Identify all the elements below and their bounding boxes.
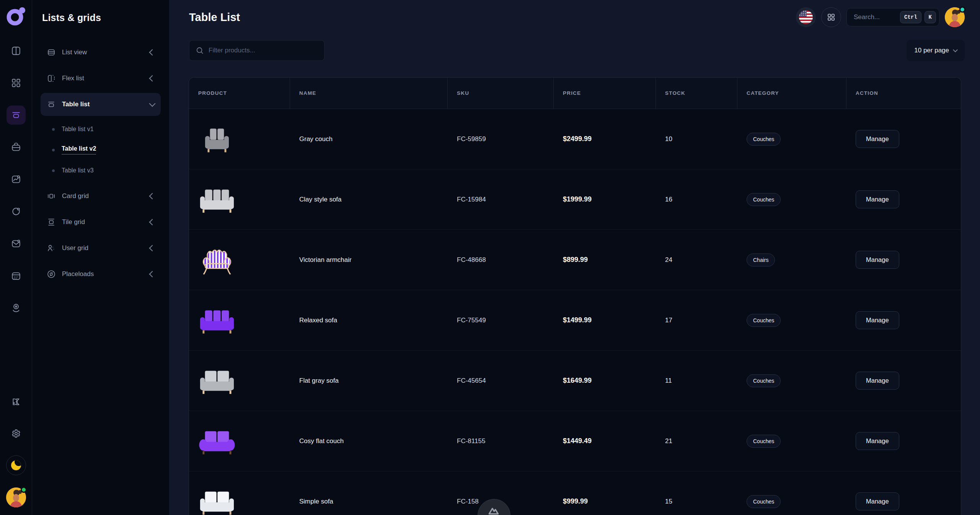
products-table: PRODUCT NAME SKU PRICE STOCK CATEGORY AC… <box>189 77 961 515</box>
flex-list-icon <box>47 74 56 83</box>
manage-button[interactable]: Manage <box>856 190 899 208</box>
category-badge: Couches <box>747 193 781 206</box>
sidebar-item-placeloads[interactable]: Placeloads <box>41 263 161 286</box>
col-header-action: ACTION <box>846 78 961 109</box>
chevron-down-icon <box>953 47 958 52</box>
product-image <box>198 485 236 515</box>
table-list-icon <box>47 100 56 109</box>
sidebar-item-list-view[interactable]: List view <box>41 41 161 64</box>
action-cell: Manage <box>846 471 961 515</box>
chevron-left-icon <box>149 245 156 252</box>
location-icon[interactable] <box>7 298 26 317</box>
product-stock: 11 <box>656 351 737 411</box>
chevron-left-icon <box>149 271 156 278</box>
panels-icon[interactable] <box>7 41 26 60</box>
tile-grid-icon <box>47 218 56 227</box>
apps-grid-icon <box>827 13 836 22</box>
category-badge: Couches <box>747 435 781 448</box>
moon-icon <box>11 460 21 470</box>
icon-rail <box>0 0 32 515</box>
sidebar-item-tile-grid[interactable]: Tile grid <box>41 211 161 234</box>
col-header-category: CATEGORY <box>737 78 846 109</box>
action-cell: Manage <box>846 290 961 350</box>
briefcase-icon[interactable] <box>7 138 26 157</box>
sidebar-title: Lists & grids <box>42 12 161 23</box>
placeloads-icon <box>47 270 56 279</box>
status-dot <box>959 6 965 13</box>
product-cell <box>189 109 290 169</box>
table-row: Clay style sofa FC-15984 $1999.99 16 Cou… <box>189 169 961 229</box>
filter-products-input[interactable]: Filter products... <box>189 40 324 61</box>
product-stock: 21 <box>656 411 737 471</box>
product-image <box>198 123 236 156</box>
product-stock: 10 <box>656 109 737 169</box>
product-price: $999.99 <box>554 471 656 515</box>
list-view-icon <box>47 48 56 57</box>
table-row: Cosy flat couch FC-81155 $1449.49 21 Cou… <box>189 411 961 471</box>
col-header-price: PRICE <box>554 78 656 109</box>
product-price: $1499.99 <box>554 290 656 350</box>
manage-button[interactable]: Manage <box>856 492 899 510</box>
category-cell: Couches <box>737 169 846 229</box>
user-grid-icon <box>47 244 56 253</box>
sidebar-item-flex-list[interactable]: Flex list <box>41 67 161 90</box>
table-row: Gray couch FC-59859 $2499.99 10 Couches … <box>189 109 961 169</box>
us-flag-icon <box>799 10 813 24</box>
sidebar-user-avatar[interactable] <box>6 487 26 507</box>
table-row: Victorian armchair FC-48668 $899.99 24 C… <box>189 229 961 290</box>
table-row: Simple sofa FC-158 $999.99 15 Couches Ma… <box>189 471 961 515</box>
apps-grid-button[interactable] <box>821 7 841 27</box>
category-badge: Couches <box>747 133 781 146</box>
sidebar: Lists & grids List view Flex list Table … <box>32 0 170 515</box>
category-cell: Couches <box>737 109 846 169</box>
sidebar-subitem-table-list-v3[interactable]: Table list v3 <box>41 160 161 181</box>
sidebar-subitem-table-list-v1[interactable]: Table list v1 <box>41 119 161 140</box>
app-logo-icon[interactable] <box>6 6 26 26</box>
chevron-left-icon <box>149 219 156 226</box>
product-price: $899.99 <box>554 230 656 290</box>
table-body: Gray couch FC-59859 $2499.99 10 Couches … <box>189 109 961 515</box>
per-page-select[interactable]: 10 per page <box>907 40 965 61</box>
product-name: Clay style sofa <box>290 169 448 229</box>
sidebar-subitem-table-list-v2[interactable]: Table list v2 <box>41 140 161 160</box>
table-toolbar: Filter products... 10 per page <box>170 34 980 61</box>
mail-icon[interactable] <box>7 234 26 253</box>
bullet-icon <box>52 149 55 151</box>
sidebar-item-table-list[interactable]: Table list <box>41 93 161 116</box>
design-icon[interactable] <box>7 393 26 412</box>
table-list-icon[interactable] <box>7 106 26 125</box>
product-image <box>198 425 236 458</box>
grid-icon[interactable] <box>7 73 26 93</box>
theme-toggle[interactable] <box>6 455 26 475</box>
action-cell: Manage <box>846 169 961 229</box>
product-price: $1449.49 <box>554 411 656 471</box>
product-name: Victorian armchair <box>290 230 448 290</box>
sidebar-item-card-grid[interactable]: Card grid <box>41 185 161 208</box>
manage-button[interactable]: Manage <box>856 130 899 148</box>
gear-icon[interactable] <box>7 424 26 443</box>
product-image <box>198 364 236 397</box>
chart-photo-icon[interactable] <box>7 170 26 189</box>
manage-button[interactable]: Manage <box>856 311 899 329</box>
chevron-down-icon <box>149 101 156 107</box>
manage-button[interactable]: Manage <box>856 251 899 269</box>
product-sku: FC-15984 <box>448 169 554 229</box>
calendar-icon[interactable] <box>7 266 26 285</box>
manage-button[interactable]: Manage <box>856 432 899 450</box>
product-price: $2499.99 <box>554 109 656 169</box>
main-content: Table List Search... Ctrl K Filter produ… <box>170 0 980 515</box>
product-stock: 16 <box>656 169 737 229</box>
table-header-row: PRODUCT NAME SKU PRICE STOCK CATEGORY AC… <box>189 78 961 109</box>
chat-icon[interactable] <box>7 202 26 221</box>
header-user-avatar[interactable] <box>945 7 965 27</box>
language-button[interactable] <box>796 7 816 27</box>
category-badge: Couches <box>747 374 781 387</box>
global-search-input[interactable]: Search... Ctrl K <box>846 8 939 26</box>
product-name: Relaxed sofa <box>290 290 448 350</box>
category-cell: Couches <box>737 351 846 411</box>
manage-button[interactable]: Manage <box>856 372 899 390</box>
category-badge: Chairs <box>747 253 775 266</box>
product-sku: FC-81155 <box>448 411 554 471</box>
search-placeholder: Search... <box>854 13 897 21</box>
sidebar-item-user-grid[interactable]: User grid <box>41 237 161 260</box>
